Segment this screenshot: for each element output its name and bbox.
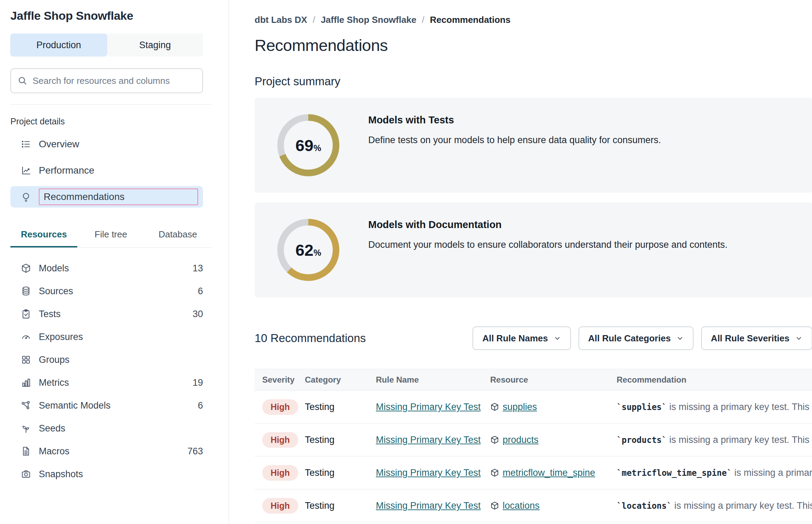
breadcrumb-item[interactable]: Jaffle Shop Snowflake xyxy=(321,15,416,25)
project-nav: OverviewPerformanceRecommendations xyxy=(10,133,218,208)
cube-icon xyxy=(490,468,499,477)
breadcrumb: dbt Labs DX/Jaffle Shop Snowflake/Recomm… xyxy=(255,15,812,25)
resource-link[interactable]: locations xyxy=(503,500,540,511)
sidebar-item-seeds[interactable]: Seeds xyxy=(10,417,203,440)
filter-label: All Rule Names xyxy=(482,333,548,344)
breadcrumb-separator: / xyxy=(422,15,424,25)
sidebar-item-sources[interactable]: Sources6 xyxy=(10,280,203,303)
environment-tab-staging[interactable]: Staging xyxy=(107,34,203,56)
chart-line-icon xyxy=(21,165,31,176)
category-cell: Testing xyxy=(305,435,335,445)
resource-label: Metrics xyxy=(39,377,193,388)
tab-file-tree[interactable]: File tree xyxy=(77,224,144,247)
project-summary-heading: Project summary xyxy=(255,75,812,88)
table-row: High Testing Missing Primary Key Test me… xyxy=(255,456,812,489)
resource-label: Groups xyxy=(39,355,203,365)
sidebar-item-models[interactable]: Models13 xyxy=(10,257,203,280)
severity-badge: High xyxy=(262,498,298,514)
resource-label: Macros xyxy=(39,446,187,457)
summary-card-title: Models with Documentation xyxy=(368,219,727,230)
project-details-label: Project details xyxy=(10,116,218,126)
recommendation-code: `supplies` xyxy=(617,402,667,412)
table-row: High Testing Missing Primary Key Test pr… xyxy=(255,423,812,456)
resource-label: Sources xyxy=(39,286,198,297)
recommendations-count-heading: 10 Recommendations xyxy=(255,332,366,345)
recommendations-table: SeverityCategoryRule NameResourceRecomme… xyxy=(255,369,812,522)
project-title: Jaffle Shop Snowflake xyxy=(10,9,218,23)
sidebar-item-macros[interactable]: Macros763 xyxy=(10,440,203,463)
summary-cards: 69 % Models with Tests Define tests on y… xyxy=(255,98,812,297)
resource-label: Semantic Models xyxy=(39,400,198,411)
category-cell: Testing xyxy=(305,402,335,412)
tab-database[interactable]: Database xyxy=(144,224,211,247)
column-header-rule-name: Rule Name xyxy=(376,369,490,391)
list-icon xyxy=(21,139,31,149)
environment-tabs: ProductionStaging xyxy=(10,34,203,56)
recommendation-text: is missing a primary key test. This test xyxy=(667,435,812,445)
cube-icon xyxy=(21,263,31,273)
summary-card: 69 % Models with Tests Define tests on y… xyxy=(255,98,812,193)
sidebar-item-recommendations[interactable]: Recommendations xyxy=(10,186,203,208)
severity-badge: High xyxy=(262,399,298,415)
sidebar-divider xyxy=(10,104,211,105)
main-content: dbt Labs DX/Jaffle Shop Snowflake/Recomm… xyxy=(229,0,812,524)
sidebar-item-tests[interactable]: Tests30 xyxy=(10,303,203,325)
cube-icon xyxy=(490,402,499,411)
recommendation-code: `locations` xyxy=(617,501,672,511)
table-row: High Testing Missing Primary Key Test lo… xyxy=(255,489,812,522)
rule-name-link[interactable]: Missing Primary Key Test xyxy=(376,402,481,412)
progress-donut: 62 % xyxy=(275,217,341,283)
resource-link[interactable]: supplies xyxy=(503,402,537,412)
filter-dropdown-all-rule-categories[interactable]: All Rule Categories xyxy=(579,326,694,350)
resource-link[interactable]: metricflow_time_spine xyxy=(503,468,595,478)
search-input[interactable] xyxy=(33,76,196,86)
recommendation-code: `products` xyxy=(617,435,667,445)
summary-card-description: Document your models to ensure collabora… xyxy=(368,239,727,250)
network-icon xyxy=(21,400,31,411)
resource-link[interactable]: products xyxy=(503,435,539,445)
progress-donut: 69 % xyxy=(275,112,341,178)
recommendation-text: is missing a primary key test. This test xyxy=(667,402,812,412)
donut-percent-value: 62 xyxy=(295,241,314,260)
resource-count: 30 xyxy=(193,309,203,320)
gauge-icon xyxy=(21,332,31,342)
database-icon xyxy=(21,286,31,296)
clipboard-check-icon xyxy=(21,309,31,319)
rule-name-link[interactable]: Missing Primary Key Test xyxy=(376,435,481,445)
sidebar: Jaffle Shop Snowflake ProductionStaging … xyxy=(0,0,229,524)
column-header-category: Category xyxy=(305,369,376,391)
rule-name-link[interactable]: Missing Primary Key Test xyxy=(376,500,481,511)
sidebar-item-groups[interactable]: Groups xyxy=(10,348,203,371)
filter-dropdown-all-rule-severities[interactable]: All Rule Severities xyxy=(701,326,812,350)
resource-label: Tests xyxy=(39,309,193,320)
sidebar-item-label: Performance xyxy=(39,165,94,176)
sidebar-item-performance[interactable]: Performance xyxy=(10,160,203,181)
chevron-down-icon xyxy=(795,334,803,342)
search-box[interactable] xyxy=(10,68,203,93)
category-cell: Testing xyxy=(305,500,335,511)
resource-count: 763 xyxy=(187,446,203,457)
sidebar-item-metrics[interactable]: Metrics19 xyxy=(10,371,203,394)
cube-icon xyxy=(490,435,499,444)
environment-tab-production[interactable]: Production xyxy=(10,34,107,56)
filter-group: All Rule NamesAll Rule CategoriesAll Rul… xyxy=(473,326,812,350)
column-header-severity: Severity xyxy=(255,369,305,391)
filter-dropdown-all-rule-names[interactable]: All Rule Names xyxy=(473,326,571,350)
chevron-down-icon xyxy=(554,334,561,342)
document-icon xyxy=(21,446,31,456)
sidebar-item-snapshots[interactable]: Snapshots xyxy=(10,463,203,486)
sidebar-item-semantic-models[interactable]: Semantic Models6 xyxy=(10,394,203,417)
filter-label: All Rule Severities xyxy=(711,333,789,344)
breadcrumb-item[interactable]: dbt Labs DX xyxy=(255,15,307,25)
sprout-icon xyxy=(21,423,31,434)
sidebar-item-exposures[interactable]: Exposures xyxy=(10,325,203,348)
severity-badge: High xyxy=(262,465,298,481)
resource-list: Models13Sources6Tests30ExposuresGroupsMe… xyxy=(10,257,218,486)
summary-card: 62 % Models with Documentation Document … xyxy=(255,202,812,297)
summary-card-description: Define tests on your models to help ensu… xyxy=(368,135,661,146)
tab-resources[interactable]: Resources xyxy=(10,224,77,247)
recommendation-code: `metricflow_time_spine` xyxy=(617,468,732,478)
sidebar-item-overview[interactable]: Overview xyxy=(10,133,203,155)
rule-name-link[interactable]: Missing Primary Key Test xyxy=(376,468,481,478)
column-header-recommendation: Recommendation xyxy=(617,369,812,391)
